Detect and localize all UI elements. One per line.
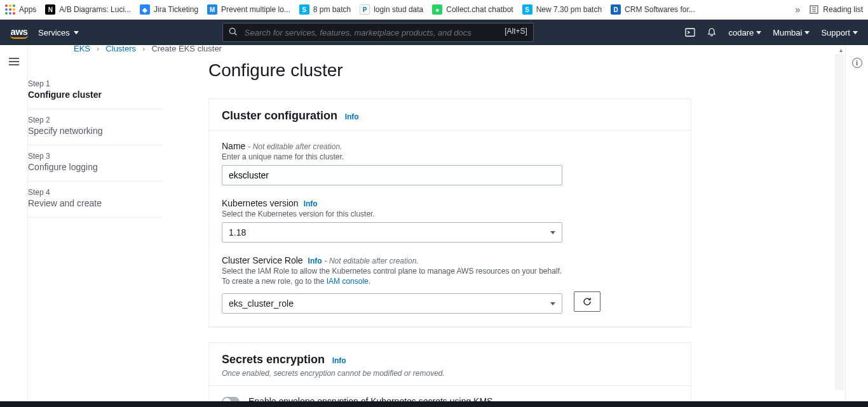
kubernetes-version-select[interactable]: 1.18 bbox=[222, 222, 562, 243]
chevron-down-icon bbox=[550, 231, 555, 234]
panel-heading: Cluster configuration bbox=[222, 109, 337, 122]
favicon-icon: ◆ bbox=[140, 4, 150, 15]
svg-point-4 bbox=[229, 28, 235, 34]
field-description: To create a new role, go to the IAM cons… bbox=[222, 277, 678, 286]
main-form: Configure cluster Cluster configuration … bbox=[163, 45, 845, 401]
breadcrumb-link[interactable]: Clusters bbox=[105, 45, 136, 53]
favicon-icon: S bbox=[522, 4, 532, 15]
content-area: EKS › Clusters › Create EKS cluster Step… bbox=[28, 45, 845, 401]
chevron-down-icon bbox=[74, 31, 79, 34]
field-cluster-name: Name - Not editable after creation. Ente… bbox=[222, 141, 678, 185]
chevron-down-icon bbox=[756, 31, 761, 34]
info-link[interactable]: Info bbox=[345, 112, 359, 121]
secrets-encryption-toggle[interactable] bbox=[222, 397, 240, 401]
reading-list-icon bbox=[809, 4, 819, 15]
chevron-down-icon bbox=[853, 31, 858, 34]
favicon-icon: M bbox=[207, 4, 217, 15]
iam-console-link[interactable]: IAM console bbox=[327, 277, 369, 286]
sidebar-toggle[interactable] bbox=[9, 58, 19, 65]
panel-heading: Secrets encryption bbox=[222, 353, 325, 366]
account-menu[interactable]: codare bbox=[728, 28, 761, 37]
apps-label: Apps bbox=[19, 5, 36, 14]
support-menu[interactable]: Support bbox=[821, 28, 858, 37]
apps-grid-icon bbox=[5, 4, 15, 15]
field-description: Select the IAM Role to allow the Kuberne… bbox=[222, 267, 678, 276]
favicon-icon: S bbox=[299, 4, 309, 15]
bookmark-item[interactable]: MPrevent multiple lo... bbox=[207, 4, 290, 15]
right-rail: i bbox=[845, 45, 868, 401]
breadcrumb: EKS › Clusters › Create EKS cluster bbox=[74, 45, 222, 53]
step-configure-cluster[interactable]: Step 1 Configure cluster bbox=[28, 73, 163, 109]
chevron-down-icon bbox=[550, 302, 555, 305]
bookmark-item[interactable]: ●Collect.chat chatbot bbox=[432, 4, 513, 15]
breadcrumb-current: Create EKS cluster bbox=[151, 45, 222, 53]
bookmark-item[interactable]: NA/B Diagrams: Luci... bbox=[45, 4, 131, 15]
services-menu[interactable]: Services bbox=[38, 28, 79, 37]
aws-logo[interactable]: aws bbox=[10, 27, 28, 39]
refresh-roles-button[interactable] bbox=[574, 291, 600, 312]
aws-top-nav: aws Services [Alt+S] codare Mumbai Suppo… bbox=[0, 20, 868, 45]
cluster-name-input[interactable] bbox=[222, 165, 562, 185]
footer-bar bbox=[0, 401, 868, 407]
field-cluster-service-role: Cluster Service Role Info - Not editable… bbox=[222, 255, 678, 314]
favicon-icon: N bbox=[45, 4, 55, 15]
info-link[interactable]: Info bbox=[304, 199, 318, 208]
reading-list-button[interactable]: Reading list bbox=[809, 4, 863, 15]
browser-bookmarks-bar: Apps NA/B Diagrams: Luci... ◆Jira Ticket… bbox=[0, 0, 868, 20]
step-specify-networking[interactable]: Step 2 Specify networking bbox=[28, 109, 163, 145]
wizard-steps: Step 1 Configure cluster Step 2 Specify … bbox=[28, 45, 163, 401]
chevron-right-icon: › bbox=[142, 45, 145, 53]
bookmark-item[interactable]: DCRM Softwares for... bbox=[611, 4, 695, 15]
field-description: Select the Kubernetes version for this c… bbox=[222, 210, 678, 218]
bookmark-item[interactable]: ◆Jira Ticketing bbox=[140, 4, 198, 15]
info-link[interactable]: Info bbox=[332, 356, 346, 365]
cluster-configuration-panel: Cluster configuration Info Name - Not ed… bbox=[208, 98, 691, 327]
chevron-down-icon bbox=[804, 31, 810, 34]
toggle-label: Enable envelope encryption of Kubernetes… bbox=[248, 396, 586, 401]
search-shortcut-hint: [Alt+S] bbox=[505, 27, 527, 36]
step-review-create[interactable]: Step 4 Review and create bbox=[28, 182, 163, 218]
bookmark-item[interactable]: S8 pm batch bbox=[299, 4, 351, 15]
scroll-up-icon: ▴ bbox=[839, 46, 843, 53]
cloudshell-button[interactable] bbox=[685, 27, 695, 37]
favicon-icon: ● bbox=[432, 4, 442, 15]
secrets-encryption-panel: Secrets encryption Info Once enabled, se… bbox=[208, 342, 691, 401]
field-kubernetes-version: Kubernetes version Info Select the Kuber… bbox=[222, 198, 678, 243]
info-link[interactable]: Info bbox=[308, 257, 322, 265]
region-menu[interactable]: Mumbai bbox=[773, 28, 810, 37]
cloudshell-icon bbox=[685, 27, 695, 37]
chevron-right-icon: › bbox=[97, 45, 99, 53]
search-icon bbox=[229, 27, 238, 36]
help-panel-toggle[interactable]: i bbox=[852, 58, 862, 68]
field-label: Name bbox=[222, 141, 245, 151]
bookmark-overflow[interactable]: » bbox=[796, 4, 801, 15]
page-title: Configure cluster bbox=[208, 60, 845, 81]
left-rail bbox=[0, 45, 28, 401]
field-note: - Not editable after creation. bbox=[248, 142, 342, 151]
breadcrumb-link[interactable]: EKS bbox=[74, 45, 90, 53]
scrollbar-track[interactable] bbox=[835, 54, 844, 390]
field-note: - Not editable after creation. bbox=[325, 257, 419, 265]
search-input[interactable] bbox=[222, 23, 534, 42]
field-label: Kubernetes version bbox=[222, 198, 299, 208]
bookmark-item[interactable]: Plogin stud data bbox=[360, 4, 423, 15]
svg-line-5 bbox=[234, 33, 236, 35]
notifications-button[interactable] bbox=[707, 27, 717, 37]
select-value: eks_cluster_role bbox=[229, 298, 294, 309]
step-configure-logging[interactable]: Step 3 Configure logging bbox=[28, 145, 163, 182]
favicon-icon: D bbox=[611, 4, 621, 15]
select-value: 1.18 bbox=[229, 227, 246, 237]
bookmark-item[interactable]: SNew 7.30 pm batch bbox=[522, 4, 602, 15]
global-search: [Alt+S] bbox=[222, 23, 534, 42]
favicon-icon: P bbox=[360, 4, 370, 15]
refresh-icon bbox=[582, 297, 592, 307]
apps-button[interactable]: Apps bbox=[5, 4, 36, 15]
cluster-role-select[interactable]: eks_cluster_role bbox=[222, 293, 562, 314]
field-label: Cluster Service Role bbox=[222, 255, 303, 265]
panel-subheading: Once enabled, secrets encryption cannot … bbox=[222, 369, 678, 378]
field-description: Enter a unique name for this cluster. bbox=[222, 152, 678, 161]
bell-icon bbox=[707, 27, 717, 37]
